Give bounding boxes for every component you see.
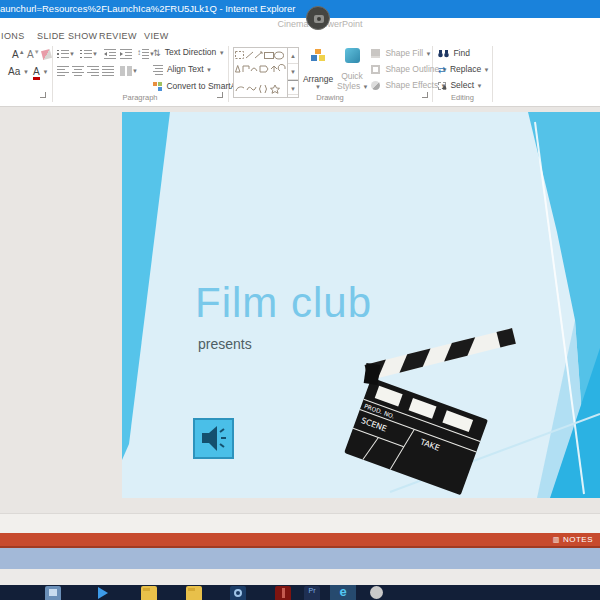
slide-title-textbox[interactable]: Film club — [195, 279, 372, 327]
bullets-button[interactable]: ▼ — [57, 48, 75, 59]
drawing-group-label: Drawing — [290, 93, 370, 102]
dropdown-arrow-icon: ▼ — [219, 50, 225, 56]
taskbar-blue-app-icon[interactable] — [44, 586, 62, 600]
audio-object-button[interactable] — [193, 418, 234, 459]
group-divider — [228, 46, 229, 102]
align-right-button[interactable] — [87, 65, 99, 76]
shape-effects-button[interactable]: Shape Effects ▼ — [371, 80, 446, 90]
paragraph-dialog-launcher[interactable] — [217, 92, 223, 98]
dropdown-arrow-icon: ▼ — [42, 69, 48, 75]
clapper-arm — [365, 328, 516, 380]
align-center-icon — [72, 66, 84, 76]
taskbar-media-play-icon[interactable] — [95, 586, 113, 600]
change-case-button[interactable]: Aa ▼ — [8, 66, 29, 77]
shape-fill-button[interactable]: Shape Fill ▼ — [371, 48, 432, 58]
smartart-icon — [153, 82, 162, 91]
left-accent-band — [122, 112, 170, 460]
numbering-button[interactable]: ▼ — [80, 48, 98, 59]
screen: aunchurl=Resources%2FLaunchIca%2FRU5JLk1… — [0, 0, 600, 600]
taskbar-internet-explorer-icon[interactable]: e — [330, 585, 356, 600]
columns-icon — [120, 66, 132, 76]
taskbar-outlook-icon[interactable] — [229, 586, 247, 600]
status-bar: ▥NOTES — [0, 533, 600, 548]
align-center-button[interactable] — [72, 65, 84, 76]
increase-indent-button[interactable] — [120, 48, 132, 59]
font-dialog-launcher[interactable] — [40, 92, 46, 98]
ribbon: A▲ A▼ Aa ▼ A ▼ ▼ ▼ ▼ ▼ ⇅ Text Direction … — [0, 44, 600, 107]
speaker-icon — [195, 420, 232, 457]
align-right-icon — [87, 66, 99, 76]
desktop-strip — [0, 569, 600, 585]
columns-button[interactable]: ▼ — [120, 65, 138, 76]
line-spacing-icon — [137, 49, 149, 59]
find-binoculars-icon — [438, 49, 449, 58]
arrange-icon — [310, 48, 326, 63]
replace-button[interactable]: ⇄ Replace ▼ — [438, 64, 489, 75]
tab-transitions-partial[interactable]: IONS — [1, 28, 25, 44]
shrink-font-button[interactable]: A▼ — [27, 49, 40, 60]
decrease-indent-icon — [104, 49, 116, 59]
gallery-up-icon[interactable]: ▲ — [288, 48, 298, 64]
webcam-overlay-button[interactable] — [306, 6, 330, 30]
select-cursor-icon — [438, 82, 446, 90]
gallery-down-icon[interactable]: ▼ — [288, 64, 298, 80]
grow-font-button[interactable]: A▲ — [12, 49, 25, 60]
dropdown-arrow-icon: ▼ — [483, 67, 489, 73]
dropdown-arrow-icon: ▼ — [206, 67, 212, 73]
slide-editing-area[interactable]: PROD. NO. SCENE TAKE Film club presents — [0, 107, 600, 533]
justify-icon — [102, 66, 114, 76]
taskbar-gray-sphere-icon[interactable] — [368, 586, 386, 600]
tab-view[interactable]: VIEW — [144, 28, 169, 44]
shape-outline-icon — [371, 65, 380, 74]
editing-group-label: Editing — [425, 93, 500, 102]
clapper-board: PROD. NO. SCENE TAKE — [344, 378, 488, 496]
dropdown-arrow-icon: ▼ — [302, 84, 334, 90]
shape-outline-button[interactable]: Shape Outline ▼ — [371, 64, 448, 74]
arrange-button[interactable]: Arrange ▼ — [302, 48, 334, 90]
text-direction-button[interactable]: ⇅ Text Direction ▼ — [153, 47, 225, 58]
decrease-indent-button[interactable] — [104, 48, 116, 59]
dropdown-arrow-icon: ▼ — [132, 68, 138, 74]
camera-lens-icon — [314, 15, 324, 23]
clear-formatting-button[interactable] — [42, 49, 53, 59]
slide-subtitle-textbox[interactable]: presents — [198, 336, 252, 352]
shape-icons — [234, 48, 287, 96]
align-left-icon — [57, 66, 69, 76]
tab-slide-show[interactable]: SLIDE SHOW — [37, 28, 98, 44]
bullet-list-icon — [57, 49, 69, 59]
clapperboard-image[interactable]: PROD. NO. SCENE TAKE — [344, 328, 516, 495]
quick-styles-button[interactable]: Quick Styles ▼ — [337, 48, 367, 91]
replace-icon: ⇄ — [438, 65, 446, 75]
text-direction-icon: ⇅ — [153, 48, 161, 58]
font-color-button[interactable]: A ▼ — [33, 66, 48, 80]
ie-titlebar-text: aunchurl=Resources%2FLaunchIca%2FRU5JLk1… — [0, 3, 295, 14]
align-text-icon — [153, 65, 163, 75]
taskbar-yellow-folder-icon[interactable] — [140, 586, 158, 600]
dropdown-arrow-icon: ▼ — [426, 51, 432, 57]
dropdown-arrow-icon: ▼ — [23, 69, 29, 75]
taskbar-pr-app-icon[interactable]: Pr — [303, 586, 321, 600]
slide-canvas[interactable]: PROD. NO. SCENE TAKE Film club presents — [122, 112, 600, 498]
align-text-button[interactable]: Align Text ▼ — [153, 64, 212, 75]
taskbar-red-app-icon[interactable] — [274, 586, 292, 600]
quick-styles-icon — [345, 48, 360, 63]
shapes-gallery[interactable]: ▲ ▼ ▼ — [233, 47, 299, 98]
ie-titlebar[interactable]: aunchurl=Resources%2FLaunchIca%2FRU5JLk1… — [0, 0, 600, 18]
ribbon-tab-row: IONS SLIDE SHOW REVIEW VIEW — [0, 28, 600, 44]
increase-indent-icon — [120, 49, 132, 59]
shape-fill-icon — [371, 49, 380, 58]
gallery-scrollbar[interactable]: ▲ ▼ ▼ — [287, 48, 298, 97]
taskbar-yellow-folder-icon-2[interactable] — [185, 586, 203, 600]
justify-button[interactable] — [102, 65, 114, 76]
select-button[interactable]: Select ▼ — [438, 80, 482, 90]
align-left-button[interactable] — [57, 65, 69, 76]
paragraph-group-label: Paragraph — [100, 93, 180, 102]
dropdown-arrow-icon: ▼ — [92, 51, 98, 57]
notes-icon: ▥ — [553, 536, 560, 543]
notes-toggle-button[interactable]: ▥NOTES — [553, 533, 593, 546]
notes-pane-collapsed[interactable] — [0, 513, 600, 533]
host-window-band — [0, 548, 600, 569]
tab-review[interactable]: REVIEW — [99, 28, 137, 44]
find-button[interactable]: Find — [438, 48, 470, 58]
dropdown-arrow-icon: ▼ — [476, 83, 482, 89]
